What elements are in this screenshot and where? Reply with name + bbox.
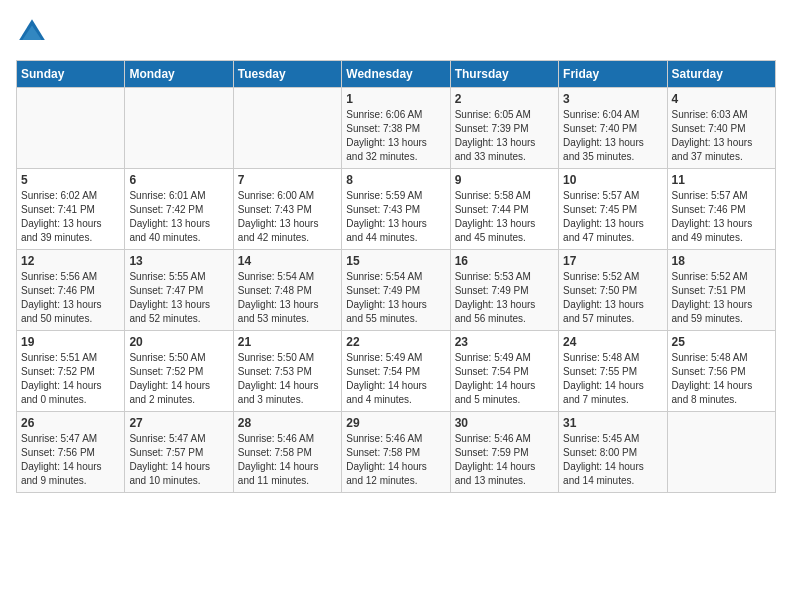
calendar-cell: 7Sunrise: 6:00 AM Sunset: 7:43 PM Daylig… — [233, 169, 341, 250]
calendar-cell: 11Sunrise: 5:57 AM Sunset: 7:46 PM Dayli… — [667, 169, 775, 250]
day-number: 1 — [346, 92, 445, 106]
day-info: Sunrise: 5:59 AM Sunset: 7:43 PM Dayligh… — [346, 189, 445, 245]
calendar-cell: 12Sunrise: 5:56 AM Sunset: 7:46 PM Dayli… — [17, 250, 125, 331]
day-info: Sunrise: 5:46 AM Sunset: 7:58 PM Dayligh… — [346, 432, 445, 488]
day-info: Sunrise: 5:55 AM Sunset: 7:47 PM Dayligh… — [129, 270, 228, 326]
day-number: 31 — [563, 416, 662, 430]
calendar-cell: 25Sunrise: 5:48 AM Sunset: 7:56 PM Dayli… — [667, 331, 775, 412]
day-header: Monday — [125, 61, 233, 88]
calendar-cell: 2Sunrise: 6:05 AM Sunset: 7:39 PM Daylig… — [450, 88, 558, 169]
calendar-cell — [233, 88, 341, 169]
calendar-week-row: 5Sunrise: 6:02 AM Sunset: 7:41 PM Daylig… — [17, 169, 776, 250]
day-number: 9 — [455, 173, 554, 187]
day-number: 16 — [455, 254, 554, 268]
calendar-cell: 20Sunrise: 5:50 AM Sunset: 7:52 PM Dayli… — [125, 331, 233, 412]
calendar-body: 1Sunrise: 6:06 AM Sunset: 7:38 PM Daylig… — [17, 88, 776, 493]
calendar-cell: 14Sunrise: 5:54 AM Sunset: 7:48 PM Dayli… — [233, 250, 341, 331]
calendar-cell: 9Sunrise: 5:58 AM Sunset: 7:44 PM Daylig… — [450, 169, 558, 250]
calendar-cell: 26Sunrise: 5:47 AM Sunset: 7:56 PM Dayli… — [17, 412, 125, 493]
day-info: Sunrise: 5:48 AM Sunset: 7:55 PM Dayligh… — [563, 351, 662, 407]
day-header: Thursday — [450, 61, 558, 88]
calendar-cell: 22Sunrise: 5:49 AM Sunset: 7:54 PM Dayli… — [342, 331, 450, 412]
day-number: 4 — [672, 92, 771, 106]
day-number: 23 — [455, 335, 554, 349]
calendar-cell: 16Sunrise: 5:53 AM Sunset: 7:49 PM Dayli… — [450, 250, 558, 331]
day-info: Sunrise: 5:46 AM Sunset: 7:58 PM Dayligh… — [238, 432, 337, 488]
calendar-cell: 13Sunrise: 5:55 AM Sunset: 7:47 PM Dayli… — [125, 250, 233, 331]
day-header: Sunday — [17, 61, 125, 88]
calendar-week-row: 19Sunrise: 5:51 AM Sunset: 7:52 PM Dayli… — [17, 331, 776, 412]
day-info: Sunrise: 5:45 AM Sunset: 8:00 PM Dayligh… — [563, 432, 662, 488]
day-info: Sunrise: 6:02 AM Sunset: 7:41 PM Dayligh… — [21, 189, 120, 245]
day-number: 7 — [238, 173, 337, 187]
day-number: 25 — [672, 335, 771, 349]
day-number: 13 — [129, 254, 228, 268]
day-header: Wednesday — [342, 61, 450, 88]
calendar-cell: 1Sunrise: 6:06 AM Sunset: 7:38 PM Daylig… — [342, 88, 450, 169]
day-number: 3 — [563, 92, 662, 106]
day-header: Friday — [559, 61, 667, 88]
day-number: 28 — [238, 416, 337, 430]
calendar-cell: 15Sunrise: 5:54 AM Sunset: 7:49 PM Dayli… — [342, 250, 450, 331]
calendar-header-row: SundayMondayTuesdayWednesdayThursdayFrid… — [17, 61, 776, 88]
calendar-cell: 24Sunrise: 5:48 AM Sunset: 7:55 PM Dayli… — [559, 331, 667, 412]
day-number: 22 — [346, 335, 445, 349]
day-info: Sunrise: 6:06 AM Sunset: 7:38 PM Dayligh… — [346, 108, 445, 164]
day-number: 6 — [129, 173, 228, 187]
day-number: 17 — [563, 254, 662, 268]
day-info: Sunrise: 6:00 AM Sunset: 7:43 PM Dayligh… — [238, 189, 337, 245]
day-info: Sunrise: 5:49 AM Sunset: 7:54 PM Dayligh… — [346, 351, 445, 407]
calendar-cell: 8Sunrise: 5:59 AM Sunset: 7:43 PM Daylig… — [342, 169, 450, 250]
day-number: 27 — [129, 416, 228, 430]
day-info: Sunrise: 5:52 AM Sunset: 7:50 PM Dayligh… — [563, 270, 662, 326]
header — [16, 16, 776, 48]
day-number: 30 — [455, 416, 554, 430]
day-info: Sunrise: 5:48 AM Sunset: 7:56 PM Dayligh… — [672, 351, 771, 407]
calendar-table: SundayMondayTuesdayWednesdayThursdayFrid… — [16, 60, 776, 493]
day-info: Sunrise: 5:58 AM Sunset: 7:44 PM Dayligh… — [455, 189, 554, 245]
day-number: 14 — [238, 254, 337, 268]
calendar-cell: 29Sunrise: 5:46 AM Sunset: 7:58 PM Dayli… — [342, 412, 450, 493]
day-info: Sunrise: 6:05 AM Sunset: 7:39 PM Dayligh… — [455, 108, 554, 164]
day-number: 20 — [129, 335, 228, 349]
day-number: 5 — [21, 173, 120, 187]
day-info: Sunrise: 6:04 AM Sunset: 7:40 PM Dayligh… — [563, 108, 662, 164]
calendar-cell: 23Sunrise: 5:49 AM Sunset: 7:54 PM Dayli… — [450, 331, 558, 412]
day-info: Sunrise: 5:57 AM Sunset: 7:46 PM Dayligh… — [672, 189, 771, 245]
day-info: Sunrise: 5:57 AM Sunset: 7:45 PM Dayligh… — [563, 189, 662, 245]
calendar-cell — [125, 88, 233, 169]
calendar-cell: 21Sunrise: 5:50 AM Sunset: 7:53 PM Dayli… — [233, 331, 341, 412]
day-info: Sunrise: 5:46 AM Sunset: 7:59 PM Dayligh… — [455, 432, 554, 488]
day-info: Sunrise: 5:56 AM Sunset: 7:46 PM Dayligh… — [21, 270, 120, 326]
calendar-week-row: 26Sunrise: 5:47 AM Sunset: 7:56 PM Dayli… — [17, 412, 776, 493]
day-number: 10 — [563, 173, 662, 187]
day-number: 26 — [21, 416, 120, 430]
day-number: 12 — [21, 254, 120, 268]
calendar-cell: 31Sunrise: 5:45 AM Sunset: 8:00 PM Dayli… — [559, 412, 667, 493]
calendar-cell: 27Sunrise: 5:47 AM Sunset: 7:57 PM Dayli… — [125, 412, 233, 493]
calendar-cell: 4Sunrise: 6:03 AM Sunset: 7:40 PM Daylig… — [667, 88, 775, 169]
day-number: 15 — [346, 254, 445, 268]
calendar-cell — [17, 88, 125, 169]
day-header: Tuesday — [233, 61, 341, 88]
day-number: 18 — [672, 254, 771, 268]
calendar-cell — [667, 412, 775, 493]
day-info: Sunrise: 5:50 AM Sunset: 7:52 PM Dayligh… — [129, 351, 228, 407]
calendar-cell: 3Sunrise: 6:04 AM Sunset: 7:40 PM Daylig… — [559, 88, 667, 169]
logo — [16, 16, 52, 48]
calendar-cell: 28Sunrise: 5:46 AM Sunset: 7:58 PM Dayli… — [233, 412, 341, 493]
day-header: Saturday — [667, 61, 775, 88]
day-info: Sunrise: 5:52 AM Sunset: 7:51 PM Dayligh… — [672, 270, 771, 326]
calendar-week-row: 1Sunrise: 6:06 AM Sunset: 7:38 PM Daylig… — [17, 88, 776, 169]
day-info: Sunrise: 5:47 AM Sunset: 7:56 PM Dayligh… — [21, 432, 120, 488]
day-number: 19 — [21, 335, 120, 349]
calendar-cell: 6Sunrise: 6:01 AM Sunset: 7:42 PM Daylig… — [125, 169, 233, 250]
calendar-cell: 18Sunrise: 5:52 AM Sunset: 7:51 PM Dayli… — [667, 250, 775, 331]
calendar-cell: 17Sunrise: 5:52 AM Sunset: 7:50 PM Dayli… — [559, 250, 667, 331]
day-number: 21 — [238, 335, 337, 349]
day-info: Sunrise: 5:47 AM Sunset: 7:57 PM Dayligh… — [129, 432, 228, 488]
calendar-cell: 19Sunrise: 5:51 AM Sunset: 7:52 PM Dayli… — [17, 331, 125, 412]
day-number: 8 — [346, 173, 445, 187]
day-info: Sunrise: 5:53 AM Sunset: 7:49 PM Dayligh… — [455, 270, 554, 326]
calendar-week-row: 12Sunrise: 5:56 AM Sunset: 7:46 PM Dayli… — [17, 250, 776, 331]
